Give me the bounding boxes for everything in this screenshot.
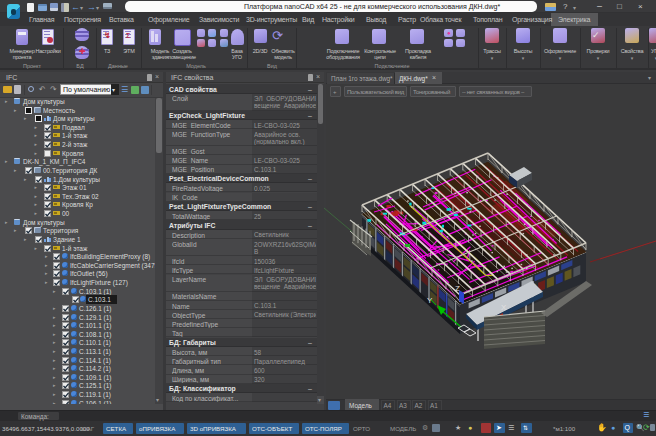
svg-text:X: X [501, 303, 507, 312]
svg-text:Y: Y [427, 296, 433, 305]
